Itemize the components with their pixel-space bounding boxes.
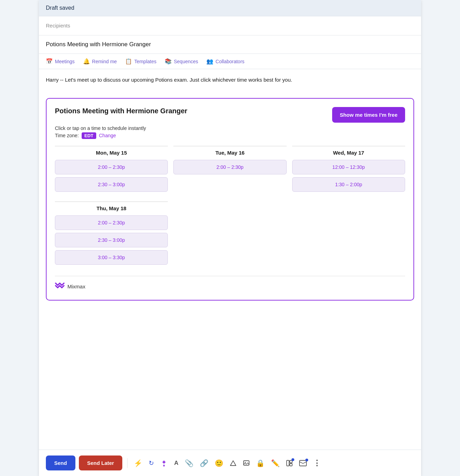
day-column-empty2 xyxy=(292,202,405,268)
svg-rect-1 xyxy=(244,461,249,465)
day-column-wed: Wed, May 17 12:00 – 12:30p 1:30 – 2:00p xyxy=(292,146,405,195)
svg-rect-5 xyxy=(290,463,292,466)
subject-text: Potions Meeting with Hermione Granger xyxy=(46,41,151,48)
templates-label: Templates xyxy=(134,59,156,64)
attach-icon[interactable]: 📎 xyxy=(183,458,195,469)
draft-saved-label: Draft saved xyxy=(46,5,74,11)
day-column-empty1 xyxy=(173,202,286,268)
sequences-icon: 📚 xyxy=(165,58,172,65)
recipients-label: Recipients xyxy=(46,23,70,28)
mixmax-brand-name: Mixmax xyxy=(67,284,85,289)
layout-badge xyxy=(291,458,294,461)
email-body[interactable]: Harry -- Let's meet up to discuss our up… xyxy=(39,69,421,91)
sidebar-item-templates[interactable]: 📋 Templates xyxy=(125,58,156,65)
image-icon[interactable] xyxy=(241,458,251,468)
time-slot[interactable]: 12:00 – 12:30p xyxy=(292,160,405,174)
card-header: Potions Meeting with Hermione Granger Sh… xyxy=(55,107,405,123)
day-column-mon: Mon, May 15 2:00 – 2:30p 2:30 – 3:00p xyxy=(55,146,168,195)
templates-icon: 📋 xyxy=(125,58,132,65)
remind-me-label: Remind me xyxy=(92,59,117,64)
svg-rect-6 xyxy=(299,460,306,466)
lock-icon[interactable]: 🔒 xyxy=(255,458,266,469)
time-slot[interactable]: 2:30 – 3:00p xyxy=(55,233,168,247)
calendar-icon: 📅 xyxy=(46,58,53,65)
layout-icon[interactable] xyxy=(285,458,294,468)
time-slot[interactable]: 2:00 – 2:30p xyxy=(55,215,168,230)
days-grid-row2: Thu, May 18 2:00 – 2:30p 2:30 – 3:00p 3:… xyxy=(55,202,405,268)
send-later-button[interactable]: Send Later xyxy=(79,456,123,470)
time-slot[interactable]: 2:30 – 3:00p xyxy=(55,177,168,192)
timezone-row: Time zone: EDT Change xyxy=(55,132,405,139)
emoji-icon[interactable]: 🙂 xyxy=(213,458,225,469)
more-icon[interactable]: ⋮ xyxy=(312,457,322,469)
time-slot[interactable]: 2:00 – 2:30p xyxy=(55,160,168,174)
day-label-tue: Tue, May 16 xyxy=(215,150,245,156)
show-free-button[interactable]: Show me times I'm free xyxy=(332,107,405,123)
draft-saved-bar: Draft saved xyxy=(39,0,421,16)
text-color-icon[interactable]: A xyxy=(173,458,180,468)
recipients-row[interactable]: Recipients xyxy=(39,16,421,35)
pen-icon[interactable]: ✏️ xyxy=(270,458,281,469)
mail-badge xyxy=(305,459,308,461)
ai-star-icon[interactable] xyxy=(159,458,169,468)
meeting-card: Potions Meeting with Hermione Granger Sh… xyxy=(46,98,414,301)
day-label-mon: Mon, May 15 xyxy=(96,150,127,156)
email-body-text: Harry -- Let's meet up to discuss our up… xyxy=(46,77,292,83)
triangle-icon[interactable] xyxy=(228,458,238,468)
card-footer: Mixmax xyxy=(55,276,405,292)
link-icon[interactable]: 🔗 xyxy=(198,458,210,469)
collaborators-icon: 👥 xyxy=(206,58,213,65)
subject-row[interactable]: Potions Meeting with Hermione Granger xyxy=(39,35,421,54)
mail-icon[interactable] xyxy=(298,459,308,468)
spacer xyxy=(39,307,421,450)
bottom-toolbar: Send Send Later ⚡ ↻ A 📎 🔗 🙂 🔒 xyxy=(39,450,421,476)
svg-point-2 xyxy=(245,462,246,463)
day-divider xyxy=(173,146,286,146)
send-button[interactable]: Send xyxy=(46,456,75,470)
time-slot[interactable]: 1:30 – 2:00p xyxy=(292,177,405,192)
sidebar-item-meetings[interactable]: 📅 Meetings xyxy=(46,58,75,65)
svg-rect-3 xyxy=(287,460,289,466)
email-composer: Draft saved Recipients Potions Meeting w… xyxy=(39,0,421,476)
day-label-wed: Wed, May 17 xyxy=(333,150,364,156)
day-divider xyxy=(55,146,168,146)
mixmax-logo-icon xyxy=(55,282,65,292)
card-subtitle: Click or tap on a time to schedule insta… xyxy=(55,125,405,131)
svg-marker-0 xyxy=(230,461,236,466)
toolbar-row: 📅 Meetings 🔔 Remind me 📋 Templates 📚 Seq… xyxy=(39,54,421,69)
day-column-thu: Thu, May 18 2:00 – 2:30p 2:30 – 3:00p 3:… xyxy=(55,202,168,268)
refresh-icon[interactable]: ↻ xyxy=(147,458,155,468)
sidebar-item-collaborators[interactable]: 👥 Collaborators xyxy=(206,58,244,65)
timezone-label: Time zone: xyxy=(55,133,79,138)
time-slot[interactable]: 3:00 – 3:30p xyxy=(55,250,168,265)
sidebar-item-sequences[interactable]: 📚 Sequences xyxy=(165,58,198,65)
day-label-thu: Thu, May 18 xyxy=(97,205,126,211)
day-divider xyxy=(55,202,168,202)
day-divider xyxy=(292,146,405,146)
collaborators-label: Collaborators xyxy=(215,59,244,64)
sequences-label: Sequences xyxy=(174,59,198,64)
days-grid-row1: Mon, May 15 2:00 – 2:30p 2:30 – 3:00p Tu… xyxy=(55,146,405,195)
card-title: Potions Meeting with Hermione Granger xyxy=(55,107,187,115)
timezone-change[interactable]: Change xyxy=(99,133,116,138)
timezone-badge: EDT xyxy=(82,132,96,139)
meetings-label: Meetings xyxy=(55,59,75,64)
sidebar-item-remind-me[interactable]: 🔔 Remind me xyxy=(83,58,117,65)
bell-icon: 🔔 xyxy=(83,58,90,65)
time-slot[interactable]: 2:00 – 2:30p xyxy=(173,160,286,174)
day-column-tue: Tue, May 16 2:00 – 2:30p xyxy=(173,146,286,195)
toolbar-separator xyxy=(127,458,128,468)
lightning-icon[interactable]: ⚡ xyxy=(132,458,144,469)
